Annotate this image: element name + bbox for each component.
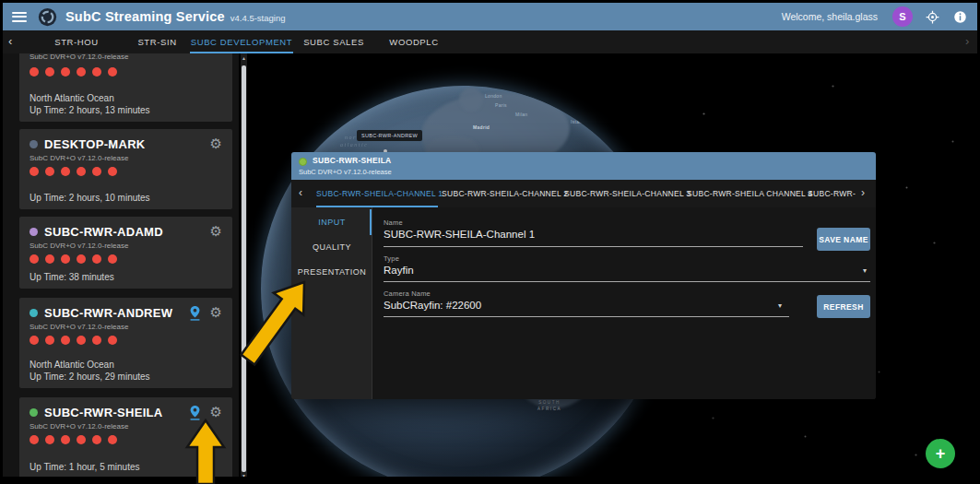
- device-location: North Atlantic Ocean: [30, 93, 114, 103]
- app-version: v4.4.5-staging: [230, 13, 286, 23]
- status-dots: [30, 435, 222, 444]
- city-label-madrid: Madrid: [473, 124, 490, 130]
- device-card-subc-rwr-andrew[interactable]: SUBC-RWR-ANDREW ⚙ SubC DVR+O v7.12.0-rel…: [19, 298, 232, 388]
- nav-item-input[interactable]: INPUT: [291, 210, 372, 234]
- status-dots: [30, 336, 222, 345]
- channel-tab-2[interactable]: SUBC-RWR-SHEILA-CHANNEL 2: [442, 180, 560, 207]
- type-select[interactable]: Rayfin: [384, 265, 414, 276]
- channel-tab-bar: ‹ SUBC-RWR-SHEILA-CHANNEL 1 SUBC-RWR-SHE…: [291, 180, 876, 207]
- city-label-london: London: [485, 93, 502, 99]
- region-label-line2: AFRICA: [537, 406, 561, 412]
- nav-item-quality[interactable]: QUALITY: [291, 235, 372, 259]
- status-dots: [30, 254, 222, 264]
- location-pin-icon[interactable]: [189, 405, 201, 420]
- device-name: SUBC-RWR-SHEILA: [44, 406, 162, 419]
- city-label-paris: Paris: [495, 102, 507, 108]
- channel-tab-5[interactable]: SUBC-RWR-S: [808, 180, 856, 207]
- gear-icon[interactable]: ⚙: [210, 225, 222, 239]
- device-status-dot: [30, 140, 38, 148]
- welcome-text: Welcome, sheila.glass: [782, 11, 878, 22]
- scrollbar-up-icon[interactable]: ▲: [241, 55, 247, 61]
- name-input[interactable]: SUBC-RWR-SHEILA-Channel 1: [384, 229, 535, 240]
- tab-str-hou[interactable]: STR-HOU: [44, 30, 109, 53]
- device-version: SubC DVR+O v7.12.0-release: [30, 154, 222, 162]
- device-uptime: Up Time: 1 hour, 5 minutes: [30, 462, 140, 472]
- device-card-partial[interactable]: SubC DVR+O v7.12.0-release North Atlanti…: [19, 53, 232, 122]
- refresh-button[interactable]: REFRESH: [817, 295, 870, 318]
- device-name: SUBC-RWR-ANDREW: [44, 306, 172, 320]
- subc-logo-icon: [38, 7, 57, 27]
- camera-caret-down-icon[interactable]: ▾: [778, 301, 782, 310]
- top-bar: SubC Streaming Service v4.4.5-staging We…: [3, 3, 977, 30]
- workspace-tab-bar: ‹ STR-HOU STR-SIN SUBC DEVELOPMENT SUBC …: [3, 30, 977, 53]
- sidebar-scrollbar-thumb[interactable]: [242, 65, 246, 472]
- tab-woodplc[interactable]: WOODPLC: [381, 30, 447, 53]
- app-window: SubC Streaming Service v4.4.5-staging We…: [3, 3, 977, 477]
- device-card-subc-rwr-sheila[interactable]: SUBC-RWR-SHEILA ⚙ SubC DVR+O v7.12.0-rel…: [19, 397, 232, 477]
- landmass-uk: [459, 88, 483, 112]
- device-settings-dialog: SUBC-RWR-SHEILA SubC DVR+O v7.12.0-relea…: [291, 152, 876, 399]
- device-version: SubC DVR+O v7.12.0-release: [30, 53, 128, 61]
- scrollbar-down-icon[interactable]: ▼: [241, 473, 247, 477]
- city-label-istanbul: Istanbul: [571, 119, 589, 124]
- device-card-subc-rwr-adamd[interactable]: SUBC-RWR-ADAMD ⚙ SubC DVR+O v7.12.0-rele…: [19, 217, 232, 289]
- type-label: Type: [384, 254, 399, 263]
- channel-tab-4[interactable]: SUBC-RWR-SHEILA CHANNEL 4: [687, 180, 805, 207]
- status-dots: [30, 167, 222, 176]
- tab-subc-development[interactable]: SUBC DEVELOPMENT: [190, 30, 293, 53]
- device-card-desktop-mark[interactable]: DESKTOP-MARK ⚙ SubC DVR+O v7.12.0-releas…: [19, 129, 232, 209]
- map-marker-label[interactable]: SUBC-RWR-ANDREW: [357, 130, 422, 141]
- nav-divider: [372, 207, 372, 399]
- nav-item-presentation[interactable]: PRESENTATION: [291, 260, 372, 284]
- device-uptime: Up Time: 2 hours, 10 minutes: [30, 193, 150, 203]
- my-location-icon[interactable]: [924, 8, 940, 25]
- device-uptime: Up Time: 38 minutes: [30, 272, 114, 282]
- dialog-header: SUBC-RWR-SHEILA SubC DVR+O v7.12.0-relea…: [291, 152, 876, 180]
- device-version: SubC DVR+O v7.12.0-release: [30, 242, 222, 250]
- type-caret-down-icon[interactable]: ▾: [863, 266, 867, 275]
- gear-icon[interactable]: ⚙: [210, 137, 222, 151]
- device-status-dot: [30, 408, 38, 417]
- device-version: SubC DVR+O v7.12.0-release: [30, 323, 222, 331]
- save-name-button[interactable]: SAVE NAME: [817, 228, 870, 251]
- channel-tab-3[interactable]: SUBC-RWR-SHEILA-CHANNEL 3: [564, 180, 682, 207]
- device-location: North Atlantic Ocean: [30, 360, 114, 370]
- dialog-title: SUBC-RWR-SHEILA: [313, 156, 392, 165]
- ocean-label-line2: atlantic: [340, 141, 368, 148]
- camera-name-label: Camera Name: [384, 289, 431, 298]
- channel-tabs-scroll-right-icon[interactable]: ›: [861, 180, 865, 207]
- device-name: SUBC-RWR-ADAMD: [44, 225, 163, 239]
- menu-icon[interactable]: [12, 12, 27, 22]
- device-sidebar: SubC DVR+O v7.12.0-release North Atlanti…: [3, 53, 239, 477]
- gear-icon[interactable]: ⚙: [210, 306, 222, 320]
- channel-tab-1[interactable]: SUBC-RWR-SHEILA-CHANNEL 1: [316, 180, 438, 207]
- info-icon[interactable]: [951, 8, 968, 25]
- name-input-underline: [384, 246, 803, 247]
- type-select-underline: [384, 281, 870, 282]
- device-status-dot: [30, 228, 38, 236]
- dialog-body: INPUT QUALITY PRESENTATION Name SUBC-RWR…: [291, 207, 876, 399]
- region-label-line1: SOUTH: [537, 399, 561, 406]
- camera-name-select[interactable]: SubCRayfin: #22600: [384, 300, 481, 311]
- tabs-scroll-right-icon[interactable]: ›: [965, 30, 969, 53]
- name-label: Name: [384, 218, 403, 227]
- nav-active-indicator: [370, 209, 372, 235]
- add-button[interactable]: +: [926, 439, 955, 468]
- city-label-milan: Milan: [515, 112, 527, 117]
- status-dots: [30, 67, 117, 77]
- tabs-scroll-left-icon[interactable]: ‹: [8, 30, 12, 53]
- dialog-subtitle: SubC DVR+O v7.12.0-release: [299, 168, 392, 176]
- device-uptime: Up Time: 2 hours, 13 minutes: [30, 105, 150, 115]
- app-title: SubC Streaming Service: [65, 9, 225, 24]
- device-uptime: Up Time: 2 hours, 29 minutes: [30, 372, 150, 382]
- camera-select-underline: [384, 316, 789, 317]
- gear-icon[interactable]: ⚙: [210, 406, 222, 419]
- avatar[interactable]: S: [892, 6, 913, 27]
- stars-decoration: [248, 53, 249, 54]
- tab-str-sin[interactable]: STR-SIN: [123, 30, 192, 53]
- channel-tabs-scroll-left-icon[interactable]: ‹: [299, 180, 302, 207]
- device-status-dot: [299, 158, 307, 166]
- device-name: DESKTOP-MARK: [44, 137, 146, 151]
- tab-subc-sales[interactable]: SUBC SALES: [296, 30, 372, 53]
- location-pin-icon[interactable]: [189, 305, 201, 321]
